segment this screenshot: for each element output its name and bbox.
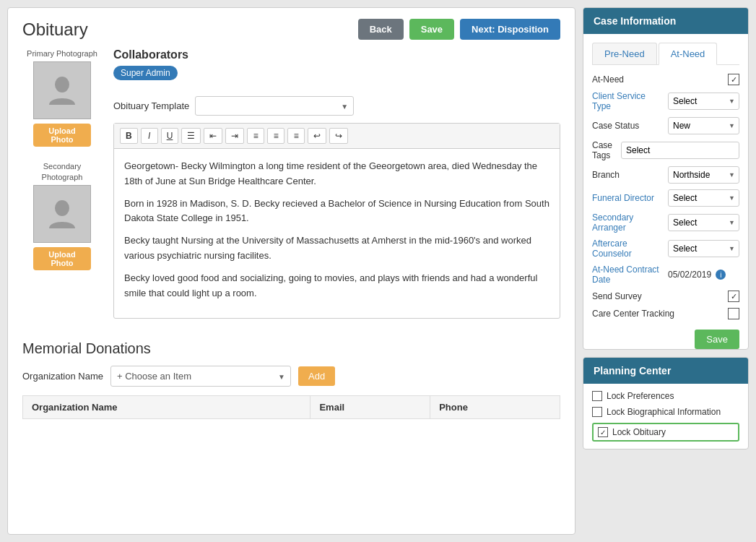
care-center-checkbox[interactable] bbox=[728, 308, 739, 319]
lock-biographical-checkbox[interactable] bbox=[592, 407, 602, 417]
editor-para-2: Born in 1928 in Madison, S. D. Becky rec… bbox=[124, 197, 549, 227]
case-info-body: Pre-Need At-Need At-Need Client Service … bbox=[583, 34, 748, 334]
admin-badge: Super Admin bbox=[113, 66, 178, 80]
branch-label: Branch bbox=[592, 170, 664, 180]
aftercare-counselor-label: Aftercare Counselor bbox=[592, 238, 664, 259]
secondary-arranger-select[interactable]: Select bbox=[668, 214, 739, 231]
lock-biographical-row: Lock Biographical Information bbox=[592, 407, 739, 417]
client-service-label: Client Service Type bbox=[592, 91, 664, 111]
memorial-section: Memorial Donations Organization Name + C… bbox=[22, 340, 560, 419]
secondary-arranger-row: Secondary Arranger Select bbox=[592, 212, 739, 233]
funeral-director-label: Funeral Director bbox=[592, 193, 664, 203]
client-service-select[interactable]: Select bbox=[668, 93, 739, 110]
send-survey-checkbox[interactable] bbox=[728, 291, 739, 302]
case-status-label: Case Status bbox=[592, 121, 664, 131]
tab-pre-need[interactable]: Pre-Need bbox=[592, 43, 657, 64]
col-org-name: Organization Name bbox=[23, 396, 310, 419]
planning-center-body: Lock Preferences Lock Biographical Infor… bbox=[583, 384, 748, 449]
add-button[interactable]: Add bbox=[298, 366, 335, 386]
toolbar-bold[interactable]: B bbox=[120, 128, 138, 144]
toolbar-underline[interactable]: U bbox=[161, 128, 179, 144]
funeral-director-select[interactable]: Select bbox=[668, 189, 739, 207]
secondary-arranger-label: Secondary Arranger bbox=[592, 212, 664, 233]
care-center-label: Care Center Tracking bbox=[592, 309, 724, 319]
at-need-row: At-Need bbox=[592, 74, 739, 85]
care-center-row: Care Center Tracking bbox=[592, 308, 739, 319]
org-select-wrapper[interactable]: + Choose an Item bbox=[110, 366, 291, 387]
toolbar-align-left[interactable]: ≡ bbox=[247, 128, 264, 144]
header-buttons: Back Save Next: Disposition bbox=[358, 19, 560, 40]
back-button[interactable]: Back bbox=[358, 19, 404, 40]
org-label: Organization Name bbox=[22, 371, 103, 382]
secondary-photo-placeholder bbox=[33, 185, 91, 243]
send-survey-row: Send Survey bbox=[592, 291, 739, 302]
editor-body[interactable]: Georgetown- Becky Wilmington a long time… bbox=[114, 149, 560, 318]
org-select[interactable]: + Choose an Item bbox=[110, 366, 291, 387]
org-row: Organization Name + Choose an Item Add bbox=[22, 366, 560, 387]
sidebar: Case Information Pre-Need At-Need At-Nee… bbox=[583, 7, 749, 535]
lock-obituary-checkbox[interactable] bbox=[598, 427, 608, 437]
tab-at-need[interactable]: At-Need bbox=[659, 43, 718, 65]
case-tags-input[interactable] bbox=[621, 142, 739, 159]
editor-para-3: Becky taught Nursing at the University o… bbox=[124, 233, 549, 264]
lock-preferences-row: Lock Preferences bbox=[592, 391, 739, 401]
toolbar-align-center[interactable]: ≡ bbox=[267, 128, 284, 144]
save-button-top[interactable]: Save bbox=[409, 19, 454, 40]
editor-para-1: Georgetown- Becky Wilmington a long time… bbox=[124, 159, 549, 189]
case-tags-label: Case Tags bbox=[592, 140, 617, 160]
svg-point-1 bbox=[55, 200, 69, 216]
aftercare-counselor-row: Aftercare Counselor Select bbox=[592, 238, 739, 259]
contract-date-value: 05/02/2019 i bbox=[668, 270, 739, 280]
collaborators-section: Collaborators Super Admin bbox=[113, 48, 560, 87]
secondary-photo-label: Secondary Photograph bbox=[22, 161, 102, 182]
editor-toolbar: B I U ☰ ⇤ ⇥ ≡ ≡ ≡ ↩ ↪ bbox=[114, 124, 560, 149]
toolbar-redo[interactable]: ↪ bbox=[329, 128, 348, 144]
lock-obituary-row: Lock Obituary bbox=[592, 423, 739, 442]
toolbar-undo[interactable]: ↩ bbox=[308, 128, 326, 144]
case-status-select[interactable]: New bbox=[668, 117, 739, 134]
template-select-wrapper[interactable] bbox=[195, 96, 354, 116]
case-save-button[interactable]: Save bbox=[695, 330, 739, 349]
lock-biographical-label: Lock Biographical Information bbox=[607, 407, 721, 417]
funeral-director-row: Funeral Director Select bbox=[592, 189, 739, 207]
case-info-header: Case Information bbox=[583, 8, 748, 34]
case-tabs: Pre-Need At-Need bbox=[592, 43, 739, 65]
primary-photo-label: Primary Photograph bbox=[22, 48, 102, 59]
toolbar-align-right[interactable]: ≡ bbox=[287, 128, 305, 144]
planning-center-panel: Planning Center Lock Preferences Lock Bi… bbox=[583, 357, 749, 449]
next-button[interactable]: Next: Disposition bbox=[460, 19, 560, 40]
case-status-row: Case Status New bbox=[592, 117, 739, 134]
toolbar-indent-left[interactable]: ⇤ bbox=[204, 128, 222, 144]
toolbar-indent-right[interactable]: ⇥ bbox=[225, 128, 244, 144]
toolbar-list[interactable]: ☰ bbox=[181, 128, 201, 144]
contract-date-label: At-Need Contract Date bbox=[592, 264, 664, 285]
contract-date-row: At-Need Contract Date 05/02/2019 i bbox=[592, 264, 739, 285]
client-service-row: Client Service Type Select bbox=[592, 91, 739, 111]
at-need-label: At-Need bbox=[592, 74, 724, 85]
lock-preferences-checkbox[interactable] bbox=[592, 391, 602, 401]
aftercare-counselor-select-wrapper[interactable]: Select bbox=[668, 240, 739, 257]
aftercare-counselor-select[interactable]: Select bbox=[668, 240, 739, 257]
case-info-panel: Case Information Pre-Need At-Need At-Nee… bbox=[583, 7, 749, 350]
branch-select[interactable]: Northside bbox=[668, 166, 739, 184]
info-icon: i bbox=[716, 270, 726, 280]
funeral-director-select-wrapper[interactable]: Select bbox=[668, 189, 739, 207]
page-title: Obituary bbox=[22, 20, 88, 40]
upload-photo-primary[interactable]: Upload Photo bbox=[33, 124, 91, 147]
table-header-row: Organization Name Email Phone bbox=[23, 396, 560, 419]
upload-photo-secondary[interactable]: Upload Photo bbox=[33, 247, 91, 270]
branch-select-wrapper[interactable]: Northside bbox=[668, 166, 739, 184]
client-service-select-wrapper[interactable]: Select bbox=[668, 93, 739, 110]
at-need-checkbox[interactable] bbox=[728, 74, 739, 85]
template-row: Obituary Template bbox=[113, 96, 560, 116]
planning-center-header: Planning Center bbox=[583, 358, 748, 384]
collaborators-title: Collaborators bbox=[113, 48, 560, 61]
template-label: Obituary Template bbox=[113, 100, 189, 111]
secondary-arranger-select-wrapper[interactable]: Select bbox=[668, 214, 739, 231]
toolbar-italic[interactable]: I bbox=[141, 128, 158, 144]
svg-point-0 bbox=[55, 77, 69, 93]
lock-obituary-label: Lock Obituary bbox=[612, 427, 666, 437]
editor-para-4: Becky loved good food and socializing, g… bbox=[124, 271, 549, 301]
template-select[interactable] bbox=[195, 96, 354, 116]
case-status-select-wrapper[interactable]: New bbox=[668, 117, 739, 134]
